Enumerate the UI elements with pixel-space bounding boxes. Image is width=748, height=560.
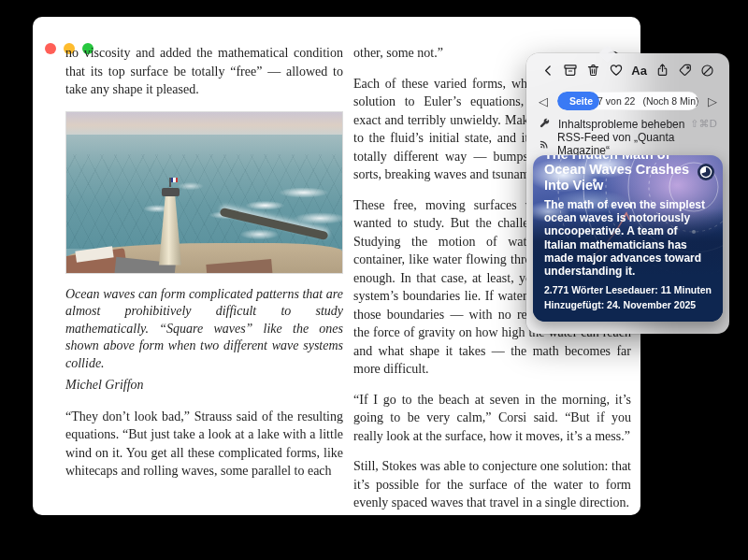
- paragraph: no viscosity and added the mathematical …: [65, 44, 343, 99]
- next-page-icon[interactable]: ▷: [705, 95, 720, 108]
- progress-position: 7 von 22: [597, 95, 635, 107]
- archive-icon[interactable]: [561, 61, 580, 79]
- card-word-count: 2.771 Wörter: [544, 284, 603, 295]
- card-title: The Hidden Math of Ocean Waves Crashes I…: [544, 155, 712, 194]
- share-icon[interactable]: [653, 61, 671, 79]
- progress-remaining: (Noch 8 Min): [642, 95, 698, 107]
- paragraph: “If I go to the beach at seven in the mo…: [353, 391, 631, 446]
- article-preview-card[interactable]: Quanta Magazine The Hidden Math of Ocean…: [533, 155, 723, 322]
- reader-popover: Aa ◁ Seite 7 von 22 (Noch 8 Min) ▷ Inhal…: [526, 53, 729, 334]
- paragraph: Still, Stokes was able to conjecture one…: [353, 457, 631, 512]
- previous-page-icon[interactable]: ◁: [536, 95, 551, 108]
- ocean-photo: [65, 111, 343, 274]
- page-progress-bar[interactable]: Seite 7 von 22 (Noch 8 Min): [557, 92, 698, 110]
- card-added-date: Hinzugefügt: 24. November 2025: [544, 299, 712, 310]
- menu-item-rss-feed[interactable]: RSS-Feed von „Quanta Magazine“: [526, 134, 729, 153]
- rss-icon: [539, 137, 551, 150]
- photo-flag: [169, 178, 171, 187]
- menu-item-label: Inhaltsprobleme beheben: [558, 118, 684, 131]
- paragraph: “They don’t look bad,” Strauss said of t…: [65, 408, 343, 481]
- favorite-heart-icon[interactable]: [607, 61, 626, 79]
- photo-lighthouse-gallery: [162, 188, 180, 196]
- image-credit: Michel Griffon: [65, 376, 343, 395]
- page-progress-row: ◁ Seite 7 von 22 (Noch 8 Min) ▷: [526, 88, 729, 114]
- article-column-left: no viscosity and added the mathematical …: [65, 44, 343, 524]
- card-description: The math of even the simplest ocean wave…: [544, 198, 712, 278]
- block-icon[interactable]: [698, 61, 717, 79]
- wrench-icon: [539, 118, 552, 130]
- image-caption: Ocean waves can form complicated pattern…: [65, 286, 343, 373]
- keyboard-shortcut: ⇧⌘D: [690, 118, 717, 130]
- tag-icon[interactable]: [676, 61, 695, 79]
- menu-item-label: RSS-Feed von „Quanta Magazine“: [557, 131, 717, 157]
- close-button[interactable]: [45, 43, 56, 54]
- text-settings-icon[interactable]: Aa: [630, 61, 649, 79]
- trash-icon[interactable]: [584, 61, 603, 79]
- card-read-time: Lesedauer: 11 Minuten: [606, 284, 712, 295]
- back-icon[interactable]: [539, 61, 557, 79]
- popover-toolbar: Aa: [526, 53, 729, 87]
- progress-current-label: Seite: [569, 95, 593, 107]
